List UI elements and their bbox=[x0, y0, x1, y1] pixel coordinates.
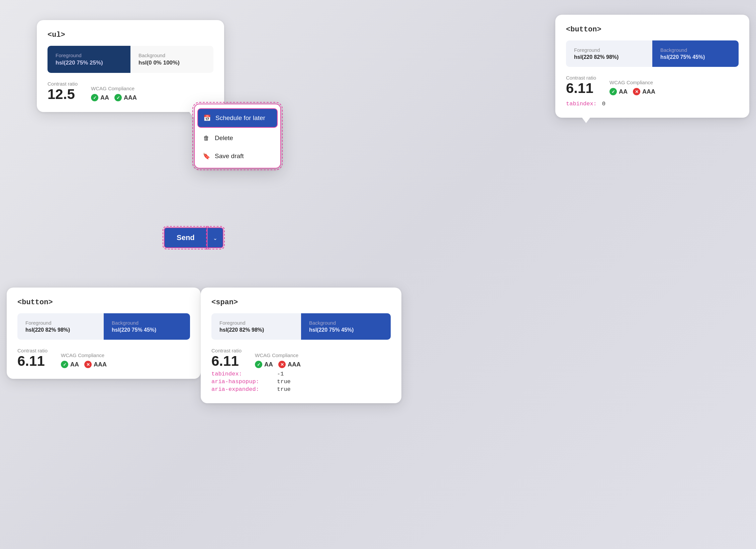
btn-bot-fg-label: Foreground bbox=[25, 320, 96, 326]
dropdown-delete-item[interactable]: 🗑 Delete bbox=[195, 129, 280, 147]
btn-bot-aa-label: AA bbox=[70, 361, 79, 368]
ul-swatches: Foreground hsl(220 75% 25%) Background h… bbox=[48, 46, 213, 73]
chevron-up-icon: ⌃ bbox=[213, 235, 217, 241]
ul-contrast-value: 12.5 bbox=[48, 87, 78, 101]
span-swatches: Foreground hsl(220 82% 98%) Background h… bbox=[211, 313, 391, 340]
btn-bot-wcag-group: WCAG Compliance ✓ AA ✕ AAA bbox=[61, 352, 107, 368]
dropdown-delete-label: Delete bbox=[215, 134, 233, 142]
dropdown-schedule-label: Schedule for later bbox=[215, 114, 265, 122]
span-aa-badge: ✓ AA bbox=[255, 361, 273, 368]
span-aria-haspopup-key: aria-haspopup: bbox=[211, 378, 272, 385]
ul-aaa-label: AAA bbox=[124, 94, 137, 101]
ul-stats: Contrast ratio 12.5 WCAG Compliance ✓ AA… bbox=[48, 81, 213, 101]
dropdown-menu: 📅 Schedule for later 🗑 Delete 🔖 Save dra… bbox=[194, 104, 281, 169]
btn-bot-contrast-value: 6.11 bbox=[17, 354, 48, 368]
span-fg-value: hsl(220 82% 98%) bbox=[219, 327, 293, 333]
button-top-swatches: Foreground hsl(220 82% 98%) Background h… bbox=[566, 40, 739, 67]
btn-top-fg-label: Foreground bbox=[574, 47, 644, 53]
trash-icon: 🗑 bbox=[203, 135, 210, 142]
btn-top-bg-label: Background bbox=[660, 47, 731, 53]
span-aria-haspopup-row: aria-haspopup: true bbox=[211, 378, 391, 385]
ul-background-swatch: Background hsl(0 0% 100%) bbox=[130, 46, 213, 73]
span-aaa-badge: ✕ AAA bbox=[278, 361, 301, 368]
btn-top-aa-check-icon: ✓ bbox=[609, 88, 617, 95]
btn-bot-wcag-badges: ✓ AA ✕ AAA bbox=[61, 361, 107, 368]
dropdown-draft-label: Save draft bbox=[215, 152, 244, 160]
span-bg-label: Background bbox=[309, 320, 383, 326]
card-ul: <ul> Foreground hsl(220 75% 25%) Backgro… bbox=[37, 20, 224, 112]
span-tabindex-key: tabindex: bbox=[211, 371, 272, 377]
span-bg-swatch: Background hsl(220 75% 45%) bbox=[301, 313, 391, 340]
card-button-bottom: <button> Foreground hsl(220 82% 98%) Bac… bbox=[7, 288, 201, 379]
ul-wcag-label: WCAG Compliance bbox=[91, 86, 137, 91]
span-aria-expanded-key: aria-expanded: bbox=[211, 386, 272, 393]
dropdown-draft-item[interactable]: 🔖 Save draft bbox=[195, 147, 280, 165]
card-button-bottom-title: <button> bbox=[17, 298, 190, 307]
send-button[interactable]: Send bbox=[164, 227, 207, 248]
ul-contrast-label: Contrast ratio bbox=[48, 81, 78, 87]
btn-bot-aaa-x-icon: ✕ bbox=[84, 361, 92, 368]
span-wcag-badges: ✓ AA ✕ AAA bbox=[255, 361, 301, 368]
span-contrast-group: Contrast ratio 6.11 bbox=[211, 348, 242, 368]
btn-top-wcag-group: WCAG Compliance ✓ AA ✕ AAA bbox=[609, 80, 655, 95]
card-ul-title: <ul> bbox=[48, 31, 213, 39]
button-bottom-swatches: Foreground hsl(220 82% 98%) Background h… bbox=[17, 313, 190, 340]
span-aria-haspopup-val: true bbox=[277, 378, 291, 385]
btn-top-tabindex-key: tabindex: bbox=[566, 101, 597, 107]
ul-bg-value: hsl(0 0% 100%) bbox=[138, 60, 205, 66]
span-stats: Contrast ratio 6.11 WCAG Compliance ✓ AA… bbox=[211, 348, 391, 368]
span-contrast-value: 6.11 bbox=[211, 354, 242, 368]
ul-aaa-check-icon: ✓ bbox=[114, 94, 122, 101]
send-button-container: Send ⌃ bbox=[164, 227, 223, 248]
btn-top-contrast-group: Contrast ratio 6.11 bbox=[566, 75, 596, 95]
btn-top-aa-label: AA bbox=[619, 88, 628, 95]
button-bottom-stats: Contrast ratio 6.11 WCAG Compliance ✓ AA… bbox=[17, 348, 190, 368]
ul-wcag-badges: ✓ AA ✓ AAA bbox=[91, 94, 137, 101]
btn-top-aaa-badge: ✕ AAA bbox=[633, 88, 655, 95]
ul-aa-badge: ✓ AA bbox=[91, 94, 109, 101]
btn-top-contrast-value: 6.11 bbox=[566, 81, 596, 95]
ul-aa-label: AA bbox=[100, 94, 109, 101]
btn-bot-aa-check-icon: ✓ bbox=[61, 361, 68, 368]
span-wcag-group: WCAG Compliance ✓ AA ✕ AAA bbox=[255, 352, 301, 368]
btn-top-tabindex-row: tabindex: 0 bbox=[566, 101, 739, 107]
card-button-top: <button> Foreground hsl(220 82% 98%) Bac… bbox=[555, 15, 749, 118]
btn-bot-contrast-label: Contrast ratio bbox=[17, 348, 48, 353]
span-aaa-x-icon: ✕ bbox=[278, 361, 286, 368]
btn-top-contrast-label: Contrast ratio bbox=[566, 75, 596, 81]
btn-bot-bg-swatch: Background hsl(220 75% 45%) bbox=[104, 313, 190, 340]
ul-bg-label: Background bbox=[138, 52, 205, 58]
span-contrast-label: Contrast ratio bbox=[211, 348, 242, 353]
btn-bot-fg-value: hsl(220 82% 98%) bbox=[25, 327, 96, 333]
span-aria-rows: tabindex: -1 aria-haspopup: true aria-ex… bbox=[211, 371, 391, 393]
send-chevron-button[interactable]: ⌃ bbox=[207, 227, 223, 248]
button-top-bg-swatch: Background hsl(220 75% 45%) bbox=[652, 40, 739, 67]
span-wcag-label: WCAG Compliance bbox=[255, 352, 301, 358]
btn-bot-aa-badge: ✓ AA bbox=[61, 361, 79, 368]
btn-bot-aaa-label: AAA bbox=[94, 361, 107, 368]
span-bg-value: hsl(220 75% 45%) bbox=[309, 327, 383, 333]
btn-top-bg-value: hsl(220 75% 45%) bbox=[660, 54, 731, 60]
span-aaa-label: AAA bbox=[288, 361, 301, 368]
span-fg-swatch: Foreground hsl(220 82% 98%) bbox=[211, 313, 301, 340]
btn-bot-aaa-badge: ✕ AAA bbox=[84, 361, 107, 368]
span-aria-expanded-row: aria-expanded: true bbox=[211, 386, 391, 393]
button-top-stats: Contrast ratio 6.11 WCAG Compliance ✓ AA… bbox=[566, 75, 739, 95]
btn-top-fg-value: hsl(220 82% 98%) bbox=[574, 54, 644, 60]
card-span: <span> Foreground hsl(220 82% 98%) Backg… bbox=[201, 288, 401, 403]
span-tabindex-row: tabindex: -1 bbox=[211, 371, 391, 377]
btn-top-aaa-x-icon: ✕ bbox=[633, 88, 640, 95]
dropdown-schedule-item[interactable]: 📅 Schedule for later bbox=[197, 108, 278, 128]
btn-bot-contrast-group: Contrast ratio 6.11 bbox=[17, 348, 48, 368]
ul-fg-value: hsl(220 75% 25%) bbox=[56, 60, 122, 66]
btn-bot-bg-label: Background bbox=[112, 320, 182, 326]
bookmark-icon: 🔖 bbox=[203, 152, 210, 160]
send-button-group: Send ⌃ bbox=[164, 227, 223, 248]
ul-foreground-swatch: Foreground hsl(220 75% 25%) bbox=[48, 46, 130, 73]
btn-top-wcag-label: WCAG Compliance bbox=[609, 80, 655, 85]
span-aria-expanded-val: true bbox=[277, 386, 291, 393]
ul-aa-check-icon: ✓ bbox=[91, 94, 98, 101]
btn-top-aaa-label: AAA bbox=[642, 88, 655, 95]
btn-top-tabindex-val: 0 bbox=[602, 101, 605, 107]
span-tabindex-val: -1 bbox=[277, 371, 284, 377]
